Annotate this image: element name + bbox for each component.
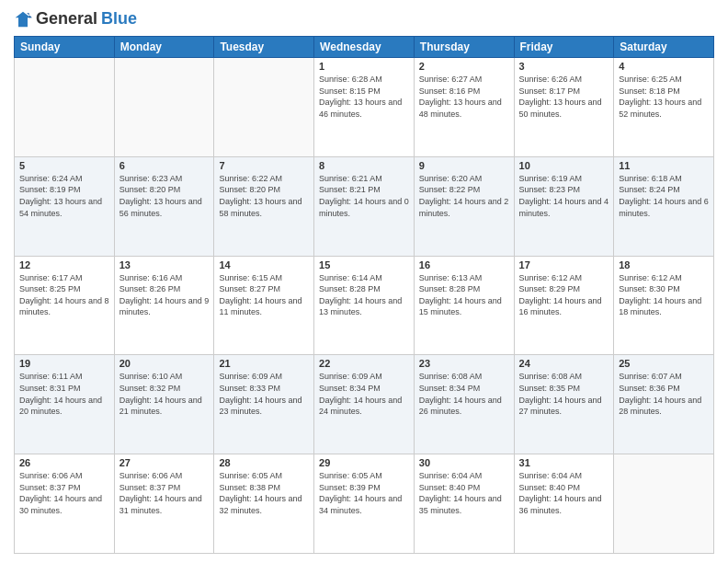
- day-info: Sunrise: 6:09 AM Sunset: 8:34 PM Dayligh…: [319, 371, 409, 417]
- calendar-day-cell: 6Sunrise: 6:23 AM Sunset: 8:20 PM Daylig…: [114, 156, 214, 256]
- day-number: 9: [419, 160, 509, 171]
- day-info: Sunrise: 6:23 AM Sunset: 8:20 PM Dayligh…: [119, 173, 210, 219]
- day-info: Sunrise: 6:15 AM Sunset: 8:27 PM Dayligh…: [219, 272, 309, 318]
- calendar-day-cell: [214, 58, 314, 157]
- day-number: 24: [519, 358, 609, 369]
- day-number: 2: [419, 61, 509, 72]
- calendar-day-cell: 30Sunrise: 6:04 AM Sunset: 8:40 PM Dayli…: [414, 454, 514, 554]
- calendar-week-row: 26Sunrise: 6:06 AM Sunset: 8:37 PM Dayli…: [15, 454, 714, 554]
- day-number: 4: [619, 61, 709, 72]
- calendar-day-cell: 12Sunrise: 6:17 AM Sunset: 8:25 PM Dayli…: [15, 256, 115, 355]
- day-number: 1: [319, 61, 409, 72]
- calendar-day-cell: 15Sunrise: 6:14 AM Sunset: 8:28 PM Dayli…: [314, 256, 415, 355]
- day-number: 5: [19, 160, 109, 171]
- day-number: 17: [519, 259, 609, 270]
- logo: General Blue: [14, 9, 137, 29]
- day-info: Sunrise: 6:20 AM Sunset: 8:22 PM Dayligh…: [419, 173, 509, 219]
- day-number: 20: [119, 358, 210, 369]
- calendar-day-cell: 13Sunrise: 6:16 AM Sunset: 8:26 PM Dayli…: [114, 256, 214, 355]
- day-number: 16: [419, 259, 509, 270]
- day-info: Sunrise: 6:19 AM Sunset: 8:23 PM Dayligh…: [519, 173, 609, 219]
- calendar-day-cell: 28Sunrise: 6:05 AM Sunset: 8:38 PM Dayli…: [214, 454, 314, 554]
- day-number: 15: [319, 259, 409, 270]
- day-number: 21: [219, 358, 309, 369]
- calendar-day-cell: 20Sunrise: 6:10 AM Sunset: 8:32 PM Dayli…: [114, 355, 214, 454]
- day-number: 18: [619, 259, 709, 270]
- day-info: Sunrise: 6:14 AM Sunset: 8:28 PM Dayligh…: [319, 272, 409, 318]
- calendar-day-cell: 29Sunrise: 6:05 AM Sunset: 8:39 PM Dayli…: [314, 454, 415, 554]
- day-number: 31: [519, 457, 609, 468]
- weekday-header: Wednesday: [314, 37, 415, 58]
- calendar-day-cell: [114, 58, 214, 157]
- calendar-day-cell: 26Sunrise: 6:06 AM Sunset: 8:37 PM Dayli…: [15, 454, 115, 554]
- day-number: 28: [219, 457, 309, 468]
- day-number: 27: [119, 457, 210, 468]
- day-number: 8: [319, 160, 409, 171]
- day-info: Sunrise: 6:08 AM Sunset: 8:34 PM Dayligh…: [419, 371, 509, 417]
- calendar-day-cell: 2Sunrise: 6:27 AM Sunset: 8:16 PM Daylig…: [414, 58, 514, 157]
- calendar-header-row: SundayMondayTuesdayWednesdayThursdayFrid…: [15, 37, 714, 58]
- calendar-day-cell: 21Sunrise: 6:09 AM Sunset: 8:33 PM Dayli…: [214, 355, 314, 454]
- day-number: 13: [119, 259, 210, 270]
- calendar-day-cell: 31Sunrise: 6:04 AM Sunset: 8:40 PM Dayli…: [514, 454, 614, 554]
- day-info: Sunrise: 6:10 AM Sunset: 8:32 PM Dayligh…: [119, 371, 210, 417]
- weekday-header: Thursday: [414, 37, 514, 58]
- calendar-day-cell: 11Sunrise: 6:18 AM Sunset: 8:24 PM Dayli…: [614, 156, 714, 256]
- calendar-day-cell: 4Sunrise: 6:25 AM Sunset: 8:18 PM Daylig…: [614, 58, 714, 157]
- weekday-header: Friday: [514, 37, 614, 58]
- day-info: Sunrise: 6:26 AM Sunset: 8:17 PM Dayligh…: [519, 74, 609, 120]
- calendar-week-row: 5Sunrise: 6:24 AM Sunset: 8:19 PM Daylig…: [15, 156, 714, 256]
- day-info: Sunrise: 6:05 AM Sunset: 8:39 PM Dayligh…: [319, 470, 409, 516]
- day-number: 25: [619, 358, 709, 369]
- day-info: Sunrise: 6:21 AM Sunset: 8:21 PM Dayligh…: [319, 173, 409, 219]
- day-info: Sunrise: 6:08 AM Sunset: 8:35 PM Dayligh…: [519, 371, 609, 417]
- day-info: Sunrise: 6:13 AM Sunset: 8:28 PM Dayligh…: [419, 272, 509, 318]
- calendar-day-cell: 18Sunrise: 6:12 AM Sunset: 8:30 PM Dayli…: [614, 256, 714, 355]
- day-info: Sunrise: 6:12 AM Sunset: 8:30 PM Dayligh…: [619, 272, 709, 318]
- weekday-header: Sunday: [15, 37, 115, 58]
- day-info: Sunrise: 6:04 AM Sunset: 8:40 PM Dayligh…: [419, 470, 509, 516]
- day-number: 3: [519, 61, 609, 72]
- day-number: 19: [19, 358, 109, 369]
- day-number: 6: [119, 160, 210, 171]
- calendar-day-cell: [15, 58, 115, 157]
- day-info: Sunrise: 6:06 AM Sunset: 8:37 PM Dayligh…: [19, 470, 109, 516]
- day-info: Sunrise: 6:06 AM Sunset: 8:37 PM Dayligh…: [119, 470, 210, 516]
- day-number: 23: [419, 358, 509, 369]
- day-info: Sunrise: 6:16 AM Sunset: 8:26 PM Dayligh…: [119, 272, 210, 318]
- calendar-week-row: 1Sunrise: 6:28 AM Sunset: 8:15 PM Daylig…: [15, 58, 714, 157]
- calendar-week-row: 12Sunrise: 6:17 AM Sunset: 8:25 PM Dayli…: [15, 256, 714, 355]
- calendar-day-cell: 17Sunrise: 6:12 AM Sunset: 8:29 PM Dayli…: [514, 256, 614, 355]
- weekday-header: Tuesday: [214, 37, 314, 58]
- day-info: Sunrise: 6:12 AM Sunset: 8:29 PM Dayligh…: [519, 272, 609, 318]
- day-number: 11: [619, 160, 709, 171]
- day-info: Sunrise: 6:07 AM Sunset: 8:36 PM Dayligh…: [619, 371, 709, 417]
- calendar-day-cell: 23Sunrise: 6:08 AM Sunset: 8:34 PM Dayli…: [414, 355, 514, 454]
- calendar-day-cell: 25Sunrise: 6:07 AM Sunset: 8:36 PM Dayli…: [614, 355, 714, 454]
- day-info: Sunrise: 6:28 AM Sunset: 8:15 PM Dayligh…: [319, 74, 409, 120]
- day-number: 10: [519, 160, 609, 171]
- day-info: Sunrise: 6:17 AM Sunset: 8:25 PM Dayligh…: [19, 272, 109, 318]
- day-number: 14: [219, 259, 309, 270]
- calendar-day-cell: 3Sunrise: 6:26 AM Sunset: 8:17 PM Daylig…: [514, 58, 614, 157]
- calendar-day-cell: 19Sunrise: 6:11 AM Sunset: 8:31 PM Dayli…: [15, 355, 115, 454]
- calendar-day-cell: 9Sunrise: 6:20 AM Sunset: 8:22 PM Daylig…: [414, 156, 514, 256]
- page: General Blue SundayMondayTuesdayWednesda…: [0, 0, 728, 563]
- day-number: 30: [419, 457, 509, 468]
- calendar-day-cell: 1Sunrise: 6:28 AM Sunset: 8:15 PM Daylig…: [314, 58, 415, 157]
- day-info: Sunrise: 6:27 AM Sunset: 8:16 PM Dayligh…: [419, 74, 509, 120]
- day-number: 12: [19, 259, 109, 270]
- calendar-day-cell: 27Sunrise: 6:06 AM Sunset: 8:37 PM Dayli…: [114, 454, 214, 554]
- calendar-day-cell: 14Sunrise: 6:15 AM Sunset: 8:27 PM Dayli…: [214, 256, 314, 355]
- day-info: Sunrise: 6:09 AM Sunset: 8:33 PM Dayligh…: [219, 371, 309, 417]
- day-info: Sunrise: 6:22 AM Sunset: 8:20 PM Dayligh…: [219, 173, 309, 219]
- day-number: 7: [219, 160, 309, 171]
- logo-blue: Blue: [101, 9, 137, 29]
- calendar-day-cell: 5Sunrise: 6:24 AM Sunset: 8:19 PM Daylig…: [15, 156, 115, 256]
- calendar-day-cell: 10Sunrise: 6:19 AM Sunset: 8:23 PM Dayli…: [514, 156, 614, 256]
- calendar-day-cell: [614, 454, 714, 554]
- day-number: 29: [319, 457, 409, 468]
- day-info: Sunrise: 6:05 AM Sunset: 8:38 PM Dayligh…: [219, 470, 309, 516]
- calendar-week-row: 19Sunrise: 6:11 AM Sunset: 8:31 PM Dayli…: [15, 355, 714, 454]
- day-info: Sunrise: 6:24 AM Sunset: 8:19 PM Dayligh…: [19, 173, 109, 219]
